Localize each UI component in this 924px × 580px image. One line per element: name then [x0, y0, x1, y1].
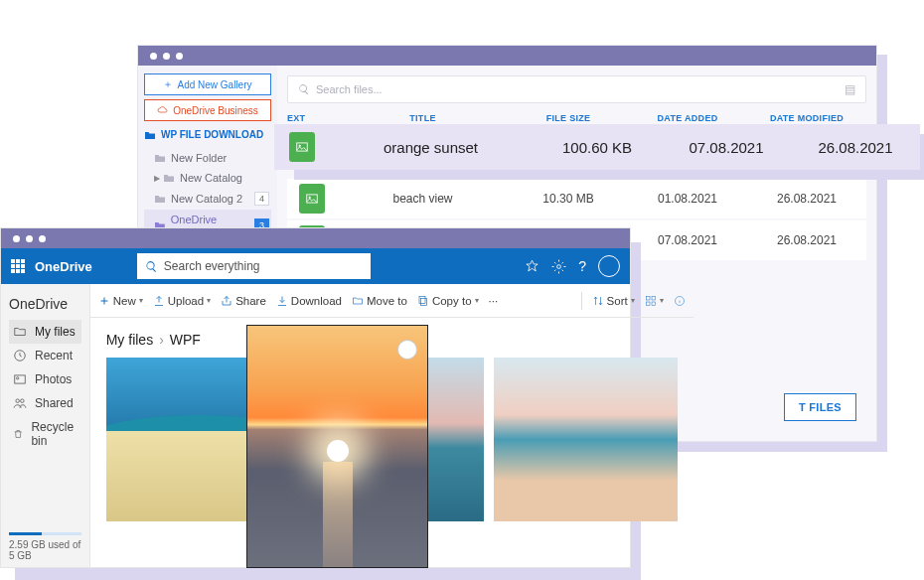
- tree-item-new-folder[interactable]: New Folder: [144, 148, 271, 168]
- move-icon: [352, 295, 364, 307]
- reflection-graphic: [323, 462, 353, 568]
- storage-usage: 2.59 GB used of 5 GB: [9, 532, 81, 561]
- folder-icon: [154, 194, 166, 204]
- window-dot[interactable]: [13, 235, 20, 242]
- folder-icon: [144, 130, 156, 140]
- sun-graphic: [327, 440, 349, 462]
- premium-icon[interactable]: [525, 259, 539, 274]
- view-button[interactable]: ▾: [645, 295, 664, 307]
- window-titlebar: [1, 228, 630, 248]
- window-dot[interactable]: [26, 235, 33, 242]
- table-row-highlighted[interactable]: orange sunset 100.60 KB 07.08.2021 26.08…: [274, 124, 920, 170]
- count-badge: 4: [254, 192, 269, 206]
- import-files-button[interactable]: T FILES: [784, 393, 856, 421]
- col-size[interactable]: FILE SIZE: [509, 113, 628, 123]
- chevron-right-icon: ›: [159, 332, 164, 348]
- photo-icon: [13, 372, 27, 386]
- upload-button[interactable]: Upload▾: [153, 295, 211, 307]
- col-added[interactable]: DATE ADDED: [628, 113, 747, 123]
- nav-photos[interactable]: Photos: [9, 367, 81, 391]
- sort-button[interactable]: Sort▾: [592, 295, 635, 307]
- svg-rect-10: [420, 298, 426, 305]
- nav-shared[interactable]: Shared: [9, 391, 81, 415]
- grid-view-icon[interactable]: ▤: [845, 82, 855, 96]
- svg-rect-12: [646, 296, 650, 300]
- share-button[interactable]: Share: [221, 295, 266, 307]
- search-input[interactable]: Search files... ▤: [287, 75, 866, 103]
- info-button[interactable]: [674, 295, 686, 307]
- clock-icon: [13, 349, 27, 362]
- svg-rect-15: [652, 302, 656, 306]
- folder-icon: [163, 173, 175, 183]
- svg-point-9: [21, 399, 24, 403]
- help-icon[interactable]: ?: [578, 258, 586, 274]
- plus-icon: [98, 295, 110, 307]
- search-icon: [145, 260, 158, 273]
- trash-icon: [13, 427, 23, 441]
- col-title[interactable]: TITLE: [337, 113, 509, 123]
- search-icon: [298, 83, 310, 95]
- svg-point-7: [17, 377, 19, 379]
- thumbnail-sea[interactable]: [494, 358, 678, 521]
- settings-icon[interactable]: [551, 259, 566, 274]
- cloud-icon: [157, 105, 169, 115]
- col-ext[interactable]: EXT: [287, 113, 337, 123]
- chevron-right-icon: ▶: [154, 174, 160, 183]
- table-row[interactable]: beach view 10.30 MB 01.08.2021 26.08.202…: [287, 179, 866, 218]
- nav-recent[interactable]: Recent: [9, 344, 81, 367]
- download-icon: [276, 295, 288, 307]
- window-dot[interactable]: [176, 53, 183, 60]
- onedrive-sidebar: OneDrive My files Recent Photos Shared R…: [1, 284, 90, 567]
- avatar[interactable]: [598, 255, 620, 277]
- image-file-icon: [289, 132, 315, 162]
- upload-icon: [153, 295, 165, 307]
- app-launcher-icon[interactable]: [11, 259, 25, 273]
- thumbnail-orange-sunset-selected[interactable]: [246, 325, 428, 568]
- sidebar-title: OneDrive: [9, 296, 81, 312]
- storage-bar: [9, 532, 81, 535]
- crumb-my-files[interactable]: My files: [106, 332, 153, 348]
- onedrive-business-button[interactable]: OneDrive Business: [144, 99, 271, 121]
- copy-to-button[interactable]: Copy to▾: [417, 295, 479, 307]
- col-mod[interactable]: DATE MODIFIED: [747, 113, 866, 123]
- nav-recycle-bin[interactable]: Recycle bin: [9, 415, 81, 453]
- onedrive-toolbar: New▾ Upload▾ Share Download Move to Copy…: [90, 284, 693, 318]
- window-dot[interactable]: [150, 53, 157, 60]
- svg-rect-6: [15, 375, 26, 383]
- folder-icon: [13, 325, 27, 339]
- people-icon: [13, 396, 27, 410]
- add-new-gallery-button[interactable]: ＋ Add New Gallery: [144, 73, 271, 95]
- svg-rect-13: [652, 296, 656, 300]
- sort-icon: [592, 295, 604, 307]
- info-icon: [674, 295, 686, 307]
- move-to-button[interactable]: Move to: [352, 295, 407, 307]
- svg-rect-11: [419, 296, 425, 303]
- onedrive-brand: OneDrive: [35, 259, 92, 274]
- copy-icon: [417, 295, 429, 307]
- tree-item-new-catalog-2[interactable]: New Catalog 2 4: [144, 188, 271, 210]
- grid-view-icon: [645, 295, 657, 307]
- window-dot[interactable]: [163, 53, 170, 60]
- search-input[interactable]: Search everything: [137, 253, 371, 279]
- svg-rect-14: [646, 302, 650, 306]
- share-icon: [221, 295, 232, 307]
- tree-item-new-catalog[interactable]: ▶ New Catalog: [144, 168, 271, 188]
- svg-point-8: [16, 399, 19, 403]
- crumb-current: WPF: [170, 332, 201, 348]
- folder-icon: [154, 153, 166, 163]
- new-button[interactable]: New▾: [98, 295, 143, 307]
- onedrive-header: OneDrive Search everything ?: [1, 248, 630, 284]
- svg-point-4: [557, 264, 561, 268]
- wp-file-download-title: WP FILE DOWNLOAD: [144, 129, 271, 140]
- download-button[interactable]: Download: [276, 295, 342, 307]
- more-button[interactable]: ···: [489, 295, 499, 307]
- selection-checkbox[interactable]: [397, 340, 417, 360]
- image-file-icon: [299, 184, 325, 214]
- window-dot[interactable]: [39, 235, 46, 242]
- nav-my-files[interactable]: My files: [9, 320, 81, 344]
- window-titlebar: [138, 46, 876, 66]
